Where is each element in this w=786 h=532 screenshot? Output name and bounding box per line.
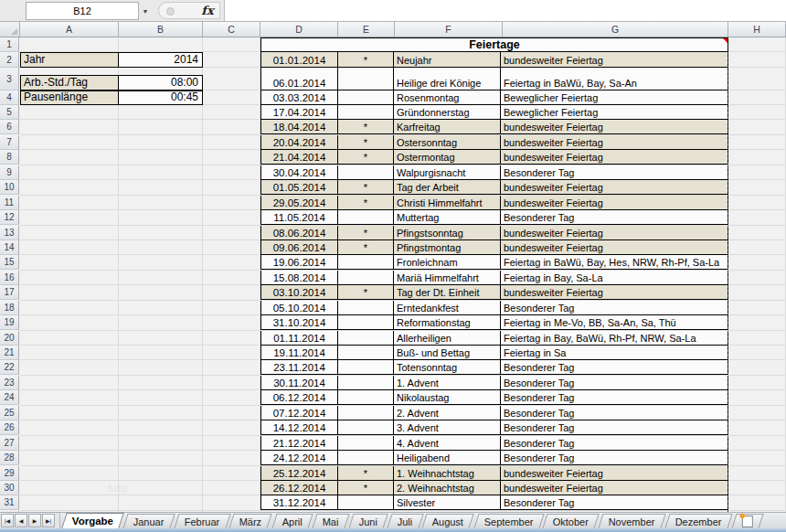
holiday-row[interactable]: 31.12.2014SilvesterBesonderer Tag xyxy=(260,495,728,510)
row-header-29[interactable]: 29 xyxy=(0,466,19,481)
holiday-star-cell[interactable]: * xyxy=(338,135,394,149)
holiday-info-cell[interactable]: Besonderer Tag xyxy=(501,451,724,464)
column-header-A[interactable]: A xyxy=(20,22,119,37)
tab-nav-prev-button[interactable]: ◀ xyxy=(15,514,27,527)
holiday-info-cell[interactable]: Feiertag in Sa xyxy=(501,346,724,359)
holiday-row[interactable]: 19.11.2014Buß- und BettagFeiertag in Sa xyxy=(260,346,728,360)
holiday-date-cell[interactable]: 01.05.2014 xyxy=(261,180,338,194)
holiday-row[interactable]: 06.12.2014NikolaustagBesonderer Tag xyxy=(260,390,728,405)
holiday-info-cell[interactable]: Beweglicher Feiertag xyxy=(501,105,724,119)
holiday-date-cell[interactable]: 26.12.2014 xyxy=(261,481,338,495)
insert-worksheet-tab[interactable] xyxy=(731,514,763,528)
row-header-11[interactable]: 11 xyxy=(0,196,19,210)
setting-value-cell[interactable]: 08:00 xyxy=(119,75,203,90)
holiday-row[interactable]: 01.11.2014AllerheiligenFeiertag in Bay, … xyxy=(260,331,728,346)
holiday-name-cell[interactable]: Pfingstmontag xyxy=(394,240,501,254)
holiday-row[interactable]: 21.12.20144. AdventBesonderer Tag xyxy=(260,436,728,451)
column-header-C[interactable]: C xyxy=(203,22,260,37)
holiday-star-cell[interactable]: * xyxy=(338,180,394,194)
holiday-star-cell[interactable] xyxy=(338,451,394,464)
holiday-date-cell[interactable]: 29.05.2014 xyxy=(261,196,338,209)
holiday-name-cell[interactable]: Gründonnerstag xyxy=(394,105,501,119)
holiday-info-cell[interactable]: Besonderer Tag xyxy=(501,406,724,420)
holiday-date-cell[interactable]: 06.12.2014 xyxy=(261,390,338,404)
holiday-row[interactable]: 24.12.2014HeiligabendBesonderer Tag xyxy=(260,451,728,465)
row-header-13[interactable]: 13 xyxy=(0,226,19,240)
holiday-date-cell[interactable]: 30.04.2014 xyxy=(261,165,338,179)
holiday-row[interactable]: 01.05.2014*Tag der Arbeitbundesweiter Fe… xyxy=(260,180,728,195)
holiday-info-cell[interactable]: bundesweiter Feiertag xyxy=(501,240,724,254)
holiday-info-cell[interactable]: bundesweiter Feiertag xyxy=(501,135,724,149)
table-title-cell[interactable]: Feiertage xyxy=(260,37,728,52)
holiday-name-cell[interactable]: Heiligabend xyxy=(394,451,501,464)
holiday-row[interactable]: 11.05.2014MuttertagBesonderer Tag xyxy=(260,210,728,225)
holiday-star-cell[interactable] xyxy=(338,105,394,119)
holiday-name-cell[interactable]: 2. Weihnachtstag xyxy=(394,481,501,495)
holiday-date-cell[interactable]: 25.12.2014 xyxy=(261,466,338,480)
holiday-date-cell[interactable]: 31.10.2014 xyxy=(261,315,338,329)
holiday-info-cell[interactable]: bundesweiter Feiertag xyxy=(501,285,724,299)
name-box-dropdown-icon[interactable]: ▼ xyxy=(138,2,153,20)
holiday-star-cell[interactable] xyxy=(338,420,394,434)
holiday-date-cell[interactable]: 15.08.2014 xyxy=(261,271,338,284)
holiday-row[interactable]: 15.08.2014Mariä HimmelfahrtFeiertag in B… xyxy=(260,271,728,285)
row-header-3[interactable]: 3 xyxy=(0,68,19,90)
holiday-star-cell[interactable] xyxy=(338,271,394,284)
sheet-tab-juli[interactable]: Juli xyxy=(387,514,423,528)
row-header-9[interactable]: 9 xyxy=(0,165,19,180)
tab-nav-last-button[interactable]: ▶| xyxy=(42,514,55,527)
holiday-row[interactable]: 17.04.2014GründonnerstagBeweglicher Feie… xyxy=(260,105,728,120)
row-header-4[interactable]: 4 xyxy=(0,90,19,105)
insert-function-icon[interactable]: fx xyxy=(196,2,219,19)
holiday-info-cell[interactable]: Besonderer Tag xyxy=(501,390,724,404)
holiday-star-cell[interactable] xyxy=(338,255,394,269)
row-header-26[interactable]: 26 xyxy=(0,420,19,435)
holiday-row[interactable]: 07.12.20142. AdventBesonderer Tag xyxy=(260,406,728,420)
holiday-star-cell[interactable]: * xyxy=(338,196,394,209)
holiday-date-cell[interactable]: 30.11.2014 xyxy=(261,376,338,389)
holiday-row[interactable]: 08.06.2014*Pfingstsonntagbundesweiter Fe… xyxy=(260,226,728,240)
holiday-name-cell[interactable]: 4. Advent xyxy=(394,436,501,450)
row-header-15[interactable]: 15 xyxy=(0,255,19,270)
holiday-date-cell[interactable]: 21.04.2014 xyxy=(261,150,338,164)
holiday-name-cell[interactable]: Fronleichnam xyxy=(394,255,501,269)
holiday-date-cell[interactable]: 08.06.2014 xyxy=(261,226,338,239)
holiday-info-cell[interactable]: bundesweiter Feiertag xyxy=(501,226,724,239)
holiday-row[interactable]: 06.01.2014Heilige drei KönigeFeiertag in… xyxy=(260,68,728,90)
row-header-23[interactable]: 23 xyxy=(0,376,19,390)
setting-label-cell[interactable]: Arb.-Std./Tag xyxy=(20,75,119,90)
holiday-info-cell[interactable]: Feiertag in Bay, BaWü, Rh-Pf, NRW, Sa-La xyxy=(501,331,724,345)
holiday-row[interactable]: 09.06.2014*Pfingstmontagbundesweiter Fei… xyxy=(260,240,728,255)
holiday-name-cell[interactable]: Neujahr xyxy=(394,52,501,67)
holiday-info-cell[interactable]: Besonderer Tag xyxy=(501,360,724,374)
row-header-12[interactable]: 12 xyxy=(0,210,19,225)
holiday-name-cell[interactable]: Buß- und Bettag xyxy=(394,346,501,359)
row-header-10[interactable]: 10 xyxy=(0,180,19,195)
row-header-30[interactable]: 30 xyxy=(0,481,19,495)
tab-nav-first-button[interactable]: |◀ xyxy=(1,514,14,527)
holiday-star-cell[interactable]: * xyxy=(338,52,394,67)
holiday-row[interactable]: 25.12.2014*1. Weihnachtstagbundesweiter … xyxy=(260,466,728,481)
sheet-tab-august[interactable]: August xyxy=(422,514,474,528)
holiday-name-cell[interactable]: Muttertag xyxy=(394,210,501,224)
holiday-star-cell[interactable]: * xyxy=(338,150,394,164)
holiday-row[interactable]: 19.06.2014FronleichnamFeiertag in BaWü, … xyxy=(260,255,728,270)
holiday-info-cell[interactable]: Besonderer Tag xyxy=(501,495,724,509)
holiday-row[interactable]: 20.04.2014*Ostersonntagbundesweiter Feie… xyxy=(260,135,728,150)
setting-value-cell[interactable]: 2014 xyxy=(119,52,203,68)
holiday-date-cell[interactable]: 19.06.2014 xyxy=(261,255,338,269)
holiday-info-cell[interactable]: bundesweiter Feiertag xyxy=(501,150,724,164)
holiday-star-cell[interactable] xyxy=(338,495,394,509)
holiday-star-cell[interactable] xyxy=(338,436,394,450)
holiday-date-cell[interactable]: 24.12.2014 xyxy=(261,451,338,464)
holiday-date-cell[interactable]: 11.05.2014 xyxy=(261,210,338,224)
holiday-date-cell[interactable]: 03.10.2014 xyxy=(261,285,338,299)
holiday-name-cell[interactable]: Totensonntag xyxy=(394,360,501,374)
holiday-row[interactable]: 03.03.2014RosenmontagBeweglicher Feierta… xyxy=(260,90,728,105)
holiday-star-cell[interactable] xyxy=(338,331,394,345)
holiday-date-cell[interactable]: 20.04.2014 xyxy=(261,135,338,149)
holiday-info-cell[interactable]: Besonderer Tag xyxy=(501,210,724,224)
holiday-name-cell[interactable]: Ostermontag xyxy=(394,150,501,164)
row-header-21[interactable]: 21 xyxy=(0,346,19,360)
holiday-name-cell[interactable]: 1. Weihnachtstag xyxy=(394,466,501,480)
